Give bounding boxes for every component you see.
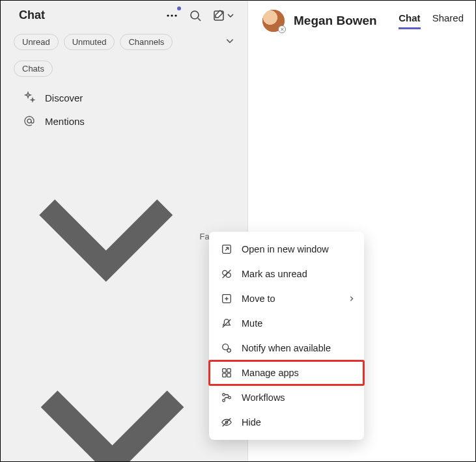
svg-point-1	[171, 14, 173, 16]
compose-dropdown[interactable]	[227, 9, 234, 22]
svg-point-18	[227, 349, 231, 352]
at-icon	[23, 115, 36, 128]
manage-apps-icon	[221, 367, 232, 379]
filter-chip-chats[interactable]: Chats	[14, 61, 53, 77]
chat-header-title: Megan Bowen	[294, 14, 389, 28]
mute-icon	[221, 318, 232, 329]
ctx-label: Notify when available	[242, 343, 331, 353]
presence-offline-icon: ✕	[278, 25, 286, 33]
chevron-right-icon	[348, 293, 355, 304]
filter-chip-unread[interactable]: Unread	[14, 34, 59, 50]
search-button[interactable]	[189, 9, 202, 22]
chat-title: Chat	[19, 8, 165, 22]
chevron-down-icon	[18, 336, 207, 462]
ctx-mark-unread[interactable]: Mark as unread	[209, 262, 364, 286]
chat-header: ✕ Megan Bowen Chat Shared	[248, 1, 475, 37]
tab-shared[interactable]: Shared	[432, 12, 464, 29]
ctx-label: Mark as unread	[242, 269, 307, 279]
sidebar-header: Chat	[1, 1, 247, 29]
filter-chips: Unread Unmuted Channels Chats	[1, 29, 247, 82]
filter-chip-unmuted[interactable]: Unmuted	[64, 34, 115, 50]
ctx-label: Move to	[242, 293, 275, 304]
ctx-move-to[interactable]: Move to	[209, 286, 364, 311]
compose-button[interactable]	[212, 9, 225, 22]
svg-rect-22	[227, 374, 231, 377]
context-menu: Open in new window Mark as unread Move t…	[209, 232, 364, 440]
ctx-label: Manage apps	[242, 368, 299, 378]
nav-discover[interactable]: Discover	[1, 86, 247, 109]
ctx-manage-apps[interactable]: Manage apps	[209, 360, 364, 385]
notify-icon	[221, 342, 232, 354]
ctx-open-new-window[interactable]: Open in new window	[209, 237, 364, 262]
svg-line-16	[223, 319, 231, 328]
open-new-window-icon	[221, 243, 232, 255]
ctx-hide[interactable]: Hide	[209, 410, 364, 435]
svg-rect-20	[227, 369, 231, 372]
mark-unread-icon	[221, 268, 232, 280]
svg-rect-21	[223, 374, 226, 377]
ctx-workflows[interactable]: Workflows	[209, 385, 364, 410]
svg-point-6	[27, 119, 31, 123]
svg-point-3	[191, 11, 199, 19]
svg-rect-19	[223, 369, 226, 372]
tab-chat[interactable]: Chat	[399, 12, 420, 29]
svg-point-0	[167, 14, 169, 16]
ctx-label: Hide	[242, 417, 261, 428]
more-options-button[interactable]	[165, 9, 178, 22]
notification-dot	[177, 7, 181, 10]
svg-point-23	[223, 394, 225, 396]
avatar: ✕	[262, 10, 285, 32]
ctx-label: Open in new window	[242, 244, 329, 254]
svg-point-24	[229, 396, 231, 399]
filter-chip-channels[interactable]: Channels	[120, 34, 173, 50]
sparkle-icon	[23, 91, 36, 104]
nav-discover-label: Discover	[45, 92, 83, 103]
svg-line-4	[198, 18, 201, 21]
hide-icon	[221, 416, 232, 428]
ctx-notify-available[interactable]: Notify when available	[209, 336, 364, 360]
ctx-label: Workflows	[242, 392, 285, 403]
workflows-icon	[221, 392, 232, 403]
nav-mentions-label: Mentions	[45, 116, 85, 127]
ctx-mute[interactable]: Mute	[209, 311, 364, 336]
chevron-down-icon	[18, 148, 195, 325]
svg-point-2	[175, 14, 176, 16]
svg-point-25	[223, 400, 225, 402]
ctx-label: Mute	[242, 318, 262, 329]
move-to-icon	[221, 293, 232, 305]
filters-expand-button[interactable]	[223, 34, 237, 50]
nav-mentions[interactable]: Mentions	[1, 109, 247, 133]
